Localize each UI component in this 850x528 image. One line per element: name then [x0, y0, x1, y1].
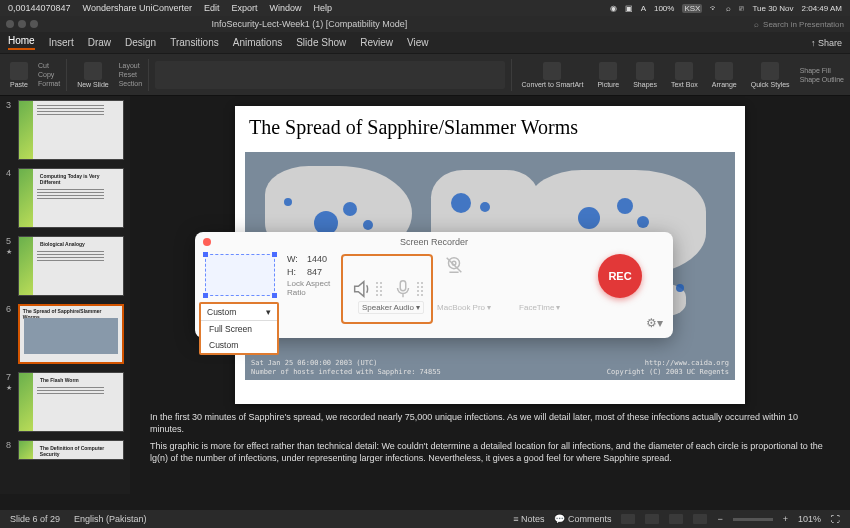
chevron-down-icon: ▾ [266, 307, 271, 317]
zoom-in-button[interactable]: + [783, 514, 788, 524]
arrange-button[interactable]: Arrange [708, 60, 741, 90]
new-slide-icon [84, 62, 102, 80]
section-button[interactable]: Section [119, 80, 142, 87]
traffic-lights[interactable] [6, 20, 38, 28]
slide-number: 8 [6, 440, 14, 460]
speaker-audio-toggle[interactable] [351, 278, 382, 300]
share-button[interactable]: ↑ Share [811, 38, 842, 48]
dropdown-option-fullscreen[interactable]: Full Screen [201, 321, 277, 337]
slide-number: 5 [6, 236, 14, 246]
input-menu-icon[interactable]: A [641, 4, 646, 13]
menu-window[interactable]: Window [270, 3, 302, 13]
slide-number: 3 [6, 100, 14, 160]
close-button[interactable] [203, 238, 211, 246]
tab-draw[interactable]: Draw [88, 37, 111, 48]
smartart-icon [543, 62, 561, 80]
shape-outline-button[interactable]: Shape Outline [800, 76, 844, 83]
menu-edit[interactable]: Edit [204, 3, 220, 13]
wifi-icon[interactable]: ᯤ [710, 4, 718, 13]
comments-toggle[interactable]: 💬 Comments [554, 514, 611, 524]
record-button[interactable]: REC [598, 254, 642, 298]
camera-select[interactable]: FaceTime▾ [516, 302, 563, 313]
reading-view-icon[interactable] [669, 514, 683, 524]
window-titlebar: InfoSecurity-Lect-Week1 (1) [Compatibili… [0, 16, 850, 32]
stop-indicator-icon[interactable]: ▣ [625, 4, 633, 13]
paste-button[interactable]: Paste [6, 60, 32, 90]
mic-audio-toggle[interactable] [392, 278, 423, 300]
slide-thumbnail-panel[interactable]: 3 4 Computing Today is Very Different 5★… [0, 96, 130, 494]
capture-area-preview[interactable] [205, 254, 275, 296]
search-icon[interactable]: ⌕ [726, 4, 731, 13]
map-hosts-count: Number of hosts infected with Sapphire: … [251, 368, 441, 376]
chevron-down-icon: ▾ [416, 303, 420, 312]
tab-review[interactable]: Review [360, 37, 393, 48]
slide-thumb-4[interactable]: Computing Today is Very Different [18, 168, 124, 228]
battery-text: 100% [654, 4, 674, 13]
shape-fill-button[interactable]: Shape Fill [800, 67, 844, 74]
speaker-audio-select[interactable]: Speaker Audio▾ [358, 301, 424, 314]
quick-styles-button[interactable]: Quick Styles [747, 60, 794, 90]
time-text: 2:04:49 AM [802, 4, 842, 13]
sorter-view-icon[interactable] [645, 514, 659, 524]
rec-indicator-icon[interactable]: ◉ [610, 4, 617, 13]
slide-thumb-7[interactable]: The Flash Worm [18, 372, 124, 432]
slide-thumb-3[interactable] [18, 100, 124, 160]
control-center-icon[interactable]: ⎚ [739, 4, 744, 13]
menu-help[interactable]: Help [314, 3, 333, 13]
tab-insert[interactable]: Insert [49, 37, 74, 48]
clipboard-icon [10, 62, 28, 80]
new-slide-button[interactable]: New Slide [73, 60, 113, 90]
slide-number: 4 [6, 168, 14, 228]
width-value[interactable]: 1440 [307, 254, 327, 264]
width-label: W: [287, 254, 301, 264]
layout-button[interactable]: Layout [119, 62, 142, 69]
capture-mode-dropdown[interactable]: Custom▾ Full Screen Custom [199, 302, 279, 355]
tab-animations[interactable]: Animations [233, 37, 282, 48]
microphone-icon [392, 278, 414, 300]
recorder-title: Screen Recorder [400, 237, 468, 247]
language-label[interactable]: English (Pakistan) [74, 514, 147, 524]
zoom-percent[interactable]: 101% [798, 514, 821, 524]
tab-view[interactable]: View [407, 37, 429, 48]
textbox-button[interactable]: Text Box [667, 60, 702, 90]
tab-home[interactable]: Home [8, 35, 35, 50]
cut-button[interactable]: Cut [38, 62, 60, 69]
normal-view-icon[interactable] [621, 514, 635, 524]
zoom-slider[interactable] [733, 518, 773, 521]
notes-toggle[interactable]: ≡ Notes [513, 514, 544, 524]
webcam-toggle[interactable] [443, 254, 465, 276]
lock-aspect-label[interactable]: Lock Aspect Ratio [287, 280, 337, 298]
menu-export[interactable]: Export [231, 3, 257, 13]
app-name[interactable]: Wondershare UniConverter [83, 3, 192, 13]
slideshow-view-icon[interactable] [693, 514, 707, 524]
ribbon-tabs: Home Insert Draw Design Transitions Anim… [0, 32, 850, 54]
fit-to-window-icon[interactable]: ⛶ [831, 514, 840, 524]
presentation-search[interactable]: ⌕ Search in Presentation [754, 20, 844, 29]
height-value[interactable]: 847 [307, 267, 322, 277]
slide-thumb-8[interactable]: The Definition of Computer Security [18, 440, 124, 460]
slide-counter[interactable]: Slide 6 of 29 [10, 514, 60, 524]
tab-slideshow[interactable]: Slide Show [296, 37, 346, 48]
copy-button[interactable]: Copy [38, 71, 60, 78]
search-placeholder: Search in Presentation [763, 20, 844, 29]
slide-thumb-5[interactable]: Biological Analogy [18, 236, 124, 296]
mic-select[interactable]: MacBook Pro▾ [434, 302, 494, 313]
notes-paragraph: In the first 30 minutes of Sapphire's sp… [150, 412, 830, 435]
slide-thumb-6[interactable]: The Spread of Sapphire/Slammer Worms [18, 304, 124, 364]
chevron-down-icon: ▾ [556, 303, 560, 312]
convert-smartart-button[interactable]: Convert to SmartArt [518, 60, 588, 90]
reset-button[interactable]: Reset [119, 71, 142, 78]
tab-design[interactable]: Design [125, 37, 156, 48]
zoom-out-button[interactable]: − [717, 514, 722, 524]
recorder-settings-button[interactable]: ⚙▾ [646, 316, 663, 330]
shapes-button[interactable]: Shapes [629, 60, 661, 90]
speaker-notes[interactable]: In the first 30 minutes of Sapphire's sp… [150, 412, 830, 471]
date-text: Tue 30 Nov [752, 4, 793, 13]
tab-transitions[interactable]: Transitions [170, 37, 219, 48]
picture-button[interactable]: Picture [593, 60, 623, 90]
font-paragraph-group[interactable] [155, 61, 505, 89]
format-button[interactable]: Format [38, 80, 60, 87]
dropdown-option-custom[interactable]: Custom [201, 337, 277, 353]
arrange-icon [715, 62, 733, 80]
animation-star-icon: ★ [6, 248, 14, 256]
